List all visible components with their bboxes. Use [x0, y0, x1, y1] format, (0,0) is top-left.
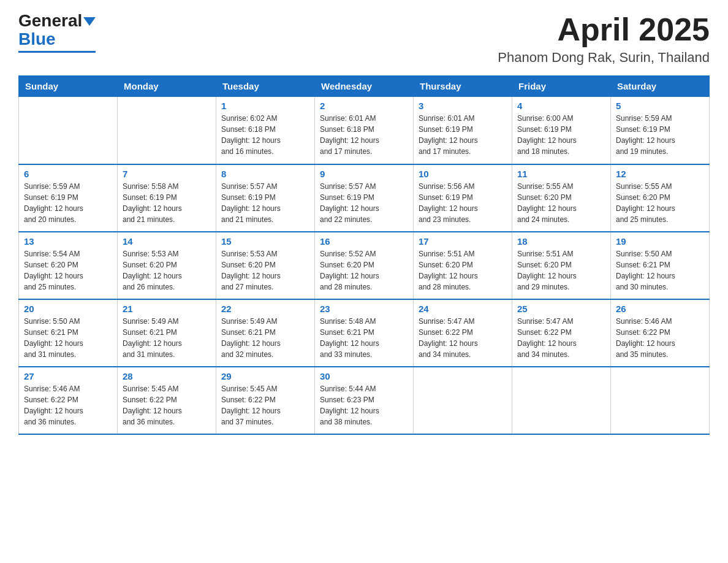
- table-row: 5Sunrise: 5:59 AM Sunset: 6:19 PM Daylig…: [611, 97, 710, 164]
- table-row: 22Sunrise: 5:49 AM Sunset: 6:21 PM Dayli…: [216, 299, 315, 367]
- day-number: 10: [419, 169, 507, 179]
- table-row: [19, 97, 118, 164]
- day-number: 28: [123, 371, 211, 381]
- month-title: April 2025: [498, 12, 710, 47]
- calendar-header-row: Sunday Monday Tuesday Wednesday Thursday…: [19, 76, 710, 97]
- day-number: 19: [616, 236, 704, 247]
- header-tuesday: Tuesday: [216, 76, 315, 97]
- table-row: 24Sunrise: 5:47 AM Sunset: 6:22 PM Dayli…: [414, 299, 512, 367]
- table-row: 10Sunrise: 5:56 AM Sunset: 6:19 PM Dayli…: [414, 164, 512, 232]
- day-info: Sunrise: 5:57 AM Sunset: 6:19 PM Dayligh…: [320, 181, 408, 225]
- day-number: 21: [123, 304, 211, 314]
- day-number: 22: [221, 304, 309, 314]
- table-row: 15Sunrise: 5:53 AM Sunset: 6:20 PM Dayli…: [216, 232, 315, 299]
- logo-general-text: General: [18, 12, 82, 29]
- day-number: 11: [517, 169, 605, 179]
- table-row: [611, 367, 710, 434]
- day-info: Sunrise: 6:02 AM Sunset: 6:18 PM Dayligh…: [221, 113, 309, 157]
- table-row: [118, 97, 216, 164]
- calendar-week-row: 27Sunrise: 5:46 AM Sunset: 6:22 PM Dayli…: [19, 367, 710, 434]
- day-info: Sunrise: 5:53 AM Sunset: 6:20 PM Dayligh…: [123, 248, 211, 293]
- logo-underline: [18, 51, 96, 53]
- table-row: [414, 367, 512, 434]
- day-info: Sunrise: 6:00 AM Sunset: 6:19 PM Dayligh…: [517, 113, 605, 157]
- day-number: 13: [24, 236, 112, 247]
- table-row: 11Sunrise: 5:55 AM Sunset: 6:20 PM Dayli…: [512, 164, 611, 232]
- calendar-week-row: 20Sunrise: 5:50 AM Sunset: 6:21 PM Dayli…: [19, 299, 710, 367]
- page-header: General Blue April 2025 Phanom Dong Rak,…: [18, 12, 710, 66]
- day-number: 29: [221, 371, 309, 381]
- calendar-week-row: 1Sunrise: 6:02 AM Sunset: 6:18 PM Daylig…: [19, 97, 710, 164]
- day-number: 30: [320, 371, 408, 381]
- table-row: 17Sunrise: 5:51 AM Sunset: 6:20 PM Dayli…: [414, 232, 512, 299]
- table-row: 23Sunrise: 5:48 AM Sunset: 6:21 PM Dayli…: [315, 299, 414, 367]
- day-info: Sunrise: 5:44 AM Sunset: 6:23 PM Dayligh…: [320, 383, 408, 427]
- table-row: 6Sunrise: 5:59 AM Sunset: 6:19 PM Daylig…: [19, 164, 118, 232]
- day-info: Sunrise: 5:51 AM Sunset: 6:20 PM Dayligh…: [419, 248, 507, 293]
- day-info: Sunrise: 5:58 AM Sunset: 6:19 PM Dayligh…: [123, 181, 211, 225]
- day-info: Sunrise: 5:55 AM Sunset: 6:20 PM Dayligh…: [517, 181, 605, 225]
- table-row: 30Sunrise: 5:44 AM Sunset: 6:23 PM Dayli…: [315, 367, 414, 434]
- table-row: 21Sunrise: 5:49 AM Sunset: 6:21 PM Dayli…: [118, 299, 216, 367]
- day-info: Sunrise: 5:50 AM Sunset: 6:21 PM Dayligh…: [616, 248, 704, 293]
- day-number: 7: [123, 169, 211, 179]
- table-row: 1Sunrise: 6:02 AM Sunset: 6:18 PM Daylig…: [216, 97, 315, 164]
- day-number: 25: [517, 304, 605, 314]
- day-info: Sunrise: 5:59 AM Sunset: 6:19 PM Dayligh…: [616, 113, 704, 157]
- logo-blue-text: Blue: [18, 29, 56, 49]
- day-info: Sunrise: 5:53 AM Sunset: 6:20 PM Dayligh…: [221, 248, 309, 293]
- day-info: Sunrise: 5:52 AM Sunset: 6:20 PM Dayligh…: [320, 248, 408, 293]
- calendar-week-row: 13Sunrise: 5:54 AM Sunset: 6:20 PM Dayli…: [19, 232, 710, 299]
- day-info: Sunrise: 6:01 AM Sunset: 6:18 PM Dayligh…: [320, 113, 408, 157]
- day-number: 2: [320, 101, 408, 111]
- day-number: 20: [24, 304, 112, 314]
- header-thursday: Thursday: [414, 76, 512, 97]
- day-info: Sunrise: 5:49 AM Sunset: 6:21 PM Dayligh…: [123, 316, 211, 360]
- title-area: April 2025 Phanom Dong Rak, Surin, Thail…: [498, 12, 710, 66]
- table-row: 4Sunrise: 6:00 AM Sunset: 6:19 PM Daylig…: [512, 97, 611, 164]
- day-info: Sunrise: 5:46 AM Sunset: 6:22 PM Dayligh…: [616, 316, 704, 360]
- day-number: 15: [221, 236, 309, 247]
- day-info: Sunrise: 5:47 AM Sunset: 6:22 PM Dayligh…: [517, 316, 605, 360]
- table-row: 13Sunrise: 5:54 AM Sunset: 6:20 PM Dayli…: [19, 232, 118, 299]
- day-number: 1: [221, 101, 309, 111]
- table-row: 28Sunrise: 5:45 AM Sunset: 6:22 PM Dayli…: [118, 367, 216, 434]
- day-info: Sunrise: 5:50 AM Sunset: 6:21 PM Dayligh…: [24, 316, 112, 360]
- table-row: [512, 367, 611, 434]
- table-row: 29Sunrise: 5:45 AM Sunset: 6:22 PM Dayli…: [216, 367, 315, 434]
- day-info: Sunrise: 5:55 AM Sunset: 6:20 PM Dayligh…: [616, 181, 704, 225]
- day-number: 18: [517, 236, 605, 247]
- day-number: 6: [24, 169, 112, 179]
- day-info: Sunrise: 5:54 AM Sunset: 6:20 PM Dayligh…: [24, 248, 112, 293]
- day-info: Sunrise: 5:45 AM Sunset: 6:22 PM Dayligh…: [123, 383, 211, 427]
- header-sunday: Sunday: [19, 76, 118, 97]
- day-number: 9: [320, 169, 408, 179]
- day-number: 3: [419, 101, 507, 111]
- table-row: 12Sunrise: 5:55 AM Sunset: 6:20 PM Dayli…: [611, 164, 710, 232]
- day-info: Sunrise: 5:57 AM Sunset: 6:19 PM Dayligh…: [221, 181, 309, 225]
- day-info: Sunrise: 6:01 AM Sunset: 6:19 PM Dayligh…: [419, 113, 507, 157]
- header-friday: Friday: [512, 76, 611, 97]
- day-number: 14: [123, 236, 211, 247]
- day-number: 24: [419, 304, 507, 314]
- day-number: 8: [221, 169, 309, 179]
- day-info: Sunrise: 5:51 AM Sunset: 6:20 PM Dayligh…: [517, 248, 605, 293]
- day-number: 17: [419, 236, 507, 247]
- table-row: 14Sunrise: 5:53 AM Sunset: 6:20 PM Dayli…: [118, 232, 216, 299]
- header-wednesday: Wednesday: [315, 76, 414, 97]
- header-monday: Monday: [118, 76, 216, 97]
- day-info: Sunrise: 5:45 AM Sunset: 6:22 PM Dayligh…: [221, 383, 309, 427]
- day-number: 4: [517, 101, 605, 111]
- table-row: 19Sunrise: 5:50 AM Sunset: 6:21 PM Dayli…: [611, 232, 710, 299]
- table-row: 9Sunrise: 5:57 AM Sunset: 6:19 PM Daylig…: [315, 164, 414, 232]
- table-row: 2Sunrise: 6:01 AM Sunset: 6:18 PM Daylig…: [315, 97, 414, 164]
- day-info: Sunrise: 5:47 AM Sunset: 6:22 PM Dayligh…: [419, 316, 507, 360]
- day-number: 5: [616, 101, 704, 111]
- table-row: 27Sunrise: 5:46 AM Sunset: 6:22 PM Dayli…: [19, 367, 118, 434]
- day-number: 16: [320, 236, 408, 247]
- day-info: Sunrise: 5:59 AM Sunset: 6:19 PM Dayligh…: [24, 181, 112, 225]
- calendar-week-row: 6Sunrise: 5:59 AM Sunset: 6:19 PM Daylig…: [19, 164, 710, 232]
- location-title: Phanom Dong Rak, Surin, Thailand: [498, 50, 710, 66]
- table-row: 16Sunrise: 5:52 AM Sunset: 6:20 PM Dayli…: [315, 232, 414, 299]
- day-number: 26: [616, 304, 704, 314]
